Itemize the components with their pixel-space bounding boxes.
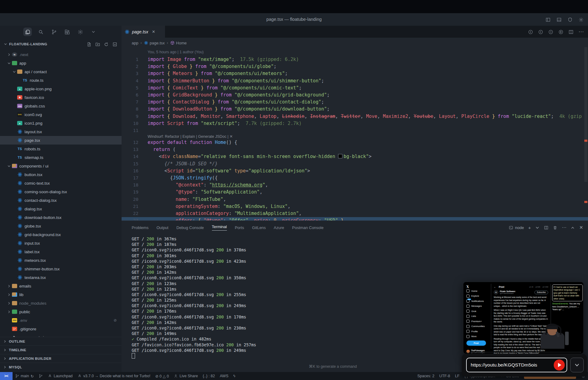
explorer-collapse-chevron-icon[interactable] [4,42,7,46]
code-line[interactable]: 17 {JSON.stringify({ [122,175,588,182]
tree-chevron-icon[interactable] [7,301,12,305]
code-line[interactable]: 15 {/* JSON-LD SEO */} [122,160,588,167]
panel-tab-terminal[interactable]: Terminal [212,224,227,231]
file-tree-item[interactable]: contact-dialog.tsx [0,196,122,205]
source-control-icon[interactable] [50,28,58,36]
code-line[interactable]: 1import Image from "next/image"; 17.5k (… [122,56,588,63]
shield-icon[interactable] [567,17,573,22]
git-graph[interactable] [36,372,45,380]
more-views-chevron-icon[interactable] [89,28,98,36]
code-line[interactable]: 9import { Download, Monitor, Smartphone,… [122,113,588,120]
code-line[interactable]: 10import Script from "next/script"; 7.7k… [122,120,588,127]
run-file-icon[interactable] [558,29,564,34]
new-file-icon[interactable] [87,41,92,47]
gear-icon[interactable] [579,17,584,22]
tree-chevron-icon[interactable] [7,310,12,314]
file-tree-item[interactable]: input.tsx [0,239,122,247]
youtube-url-input[interactable]: https://youtu.be/KGQSTDm5ois [466,358,567,372]
code-line[interactable]: 8import { DownloadButton } from "@/compo… [122,106,588,113]
code-line[interactable]: 4import { ShimmerButton } from "@/compon… [122,77,588,85]
maximize-panel-icon[interactable] [571,225,575,230]
code-line[interactable]: 12export default function Home() { [122,139,588,146]
open-changes-icon[interactable] [528,29,533,34]
code-area[interactable]: You, 5 hours ago | 1 author (You) 1impor… [122,48,588,220]
youtube-play-button[interactable] [554,359,565,371]
close-panel-icon[interactable]: ✕ [579,225,583,230]
new-folder-icon[interactable] [95,41,100,47]
panel-tab-azure[interactable]: Azure [274,225,284,230]
code-line[interactable]: 7import { ContactDialog } from "@/compon… [122,99,588,106]
more-actions-icon[interactable]: ⋯ [579,28,584,35]
collapse-popup-button[interactable] [570,358,584,372]
file-tree-item[interactable]: dialog.tsx [0,205,122,213]
codelens-close-icon[interactable]: ✕ [230,134,233,139]
tree-chevron-icon[interactable] [7,293,12,297]
breadcrumb-item-home[interactable]: Home [170,41,187,45]
panel-tab-output[interactable]: Output [156,225,168,230]
file-tree-item[interactable]: TSrobots.ts [0,145,122,153]
tree-chevron-icon[interactable] [12,70,17,74]
panel-tab-gitlens[interactable]: GitLens [252,225,266,230]
go-back-icon[interactable] [538,29,543,34]
indentation[interactable]: Spaces: 2 [415,372,437,380]
file-tree-item[interactable]: lib [0,290,122,299]
breadcrumb-item-page-tsx[interactable]: page.tsx [144,41,165,45]
settings-gear-icon[interactable] [76,28,85,36]
breadcrumb-item-app[interactable]: app [132,41,138,45]
kill-terminal-icon[interactable] [553,225,557,230]
sidebar-section-outline[interactable]: OUTLINE [0,337,122,345]
code-line[interactable]: 19 "@type": "SoftwareApplication", [122,189,588,196]
sidebar-section-application-builder[interactable]: APPLICATION BUILDER [0,354,122,363]
tree-chevron-icon[interactable] [7,61,12,65]
extensions-icon[interactable] [63,28,71,36]
sidebar-section-mysql[interactable]: MYSQL [0,363,122,371]
video-progress-dots[interactable] [466,352,581,352]
panel-tab-postman-console[interactable]: Postman Console [292,225,324,230]
tab-page-tsx[interactable]: page.tsx ✕ [122,26,165,38]
aws[interactable]: AWS [217,372,231,380]
search-icon[interactable] [36,28,45,36]
explorer-project-title[interactable]: FLOATUBE-LANDING [9,42,87,46]
layout-panel-icon[interactable] [556,17,562,22]
code-line[interactable]: 3import { Meteors } from "@/components/u… [122,70,588,77]
file-tree-item[interactable]: globe.tsx [0,222,122,230]
file-tree-item[interactable]: SVGicon0.svg [0,110,122,119]
launchpad[interactable]: Launchpad [45,372,75,380]
file-tree-item[interactable]: download-button.tsx [0,213,122,222]
code-line[interactable]: 6import { GridBackground } from "@/compo… [122,92,588,99]
file-tree-item[interactable]: components / ui [0,162,122,170]
code-line[interactable]: 22 applicationCategory: "MultimediaAppli… [122,210,588,217]
code-line[interactable]: 18 "@context": "https://schema.org", [122,182,588,189]
file-tree-item[interactable]: textarea.tsx [0,273,122,282]
file-tree-item[interactable]: .ENV.env⊘ [0,316,122,325]
panel-tab-debug-console[interactable]: Debug Console [176,225,204,230]
tree-chevron-icon[interactable] [7,53,12,57]
tree-chevron-icon[interactable] [7,164,12,168]
file-tree-item[interactable]: grid-background.tsx [0,230,122,239]
file-tree-item[interactable]: layout.tsx [0,127,122,136]
file-tree-item[interactable]: button.tsx [0,170,122,179]
file-tree-item[interactable]: node_modules [0,299,122,307]
git-branch[interactable]: main↻ [13,372,36,380]
remote-indicator[interactable]: >< [0,372,13,380]
collapse-folders-icon[interactable] [112,41,117,47]
youtube-url-value[interactable]: https://youtu.be/KGQSTDm5ois [467,362,554,368]
file-tree-item[interactable]: public [0,307,122,316]
file-tree-item[interactable]: N.next [0,50,122,59]
zap[interactable]: ϟ [231,372,238,380]
file-tree-item[interactable]: label.tsx [0,247,122,256]
go-forward-icon[interactable] [548,29,553,34]
tab-close-icon[interactable]: ✕ [152,29,155,34]
sidebar-section-timeline[interactable]: TIMELINE [0,345,122,354]
turbo-release[interactable]: v3.7.0 → Decide what is next for Turbo! [75,372,153,380]
file-tree-item[interactable]: page.tsx [0,136,122,145]
file-tree-item[interactable]: ★favicon.ico [0,93,122,102]
picture-in-picture-video[interactable]: 𝕏 HomeExplore20+NotificationsMessagesGro… [463,282,584,354]
terminal-dropdown-icon[interactable] [535,225,540,230]
code-line[interactable]: 20 name: "FloatTube", [122,196,588,203]
split-editor-icon[interactable] [568,29,574,34]
file-tree-item[interactable]: .gitignore [0,325,122,333]
file-tree-item[interactable]: ▲icon1.png [0,119,122,127]
panel-tab-problems[interactable]: Problems [132,225,149,230]
code-line[interactable]: 21 operatingSystem: "macOS, Windows, Lin… [122,203,588,210]
